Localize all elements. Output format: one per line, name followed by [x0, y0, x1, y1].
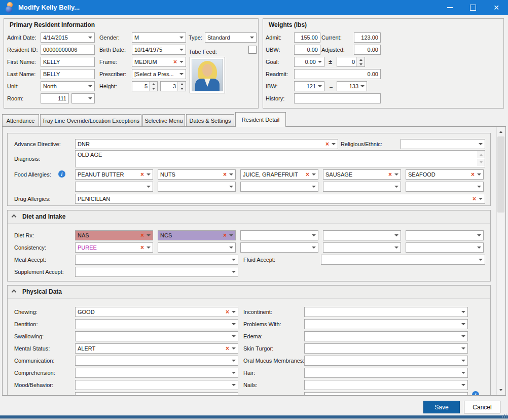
- chevron-down-icon[interactable]: [477, 255, 485, 264]
- chevron-down-icon[interactable]: [230, 267, 238, 276]
- save-button[interactable]: Save: [423, 401, 460, 413]
- chevron-down-icon[interactable]: [227, 182, 235, 191]
- chevron-down-icon[interactable]: [392, 182, 401, 191]
- chevron-down-icon[interactable]: [330, 139, 338, 149]
- diagnosis-textarea[interactable]: OLD AGE: [75, 150, 485, 167]
- resident-id-field[interactable]: 00000000006: [41, 45, 95, 55]
- chevron-down-icon[interactable]: [177, 33, 186, 42]
- unit-combo[interactable]: North: [41, 81, 95, 91]
- chevron-down-icon[interactable]: [392, 170, 401, 179]
- gender-combo[interactable]: M: [132, 32, 186, 43]
- clear-icon[interactable]: ×: [325, 141, 329, 148]
- weight-admit-field[interactable]: 155.00: [294, 32, 320, 43]
- clear-icon[interactable]: ×: [223, 232, 227, 239]
- scroll-up-icon[interactable]: [477, 151, 485, 158]
- chevron-down-icon[interactable]: [310, 182, 318, 191]
- weight-current-field[interactable]: 123.00: [354, 32, 381, 43]
- ibw-low-combo[interactable]: 121: [294, 81, 324, 91]
- chevron-down-icon[interactable]: [177, 45, 186, 54]
- resize-grip[interactable]: [501, 413, 506, 418]
- spin-down-icon[interactable]: [357, 62, 365, 66]
- chevron-down-icon[interactable]: [310, 170, 318, 179]
- physical-left-combo[interactable]: [75, 392, 238, 395]
- diet-rx-combo[interactable]: [323, 230, 401, 240]
- room-suffix-combo[interactable]: [71, 93, 95, 103]
- room-field[interactable]: 111: [41, 93, 69, 103]
- goal-combo[interactable]: 0.00: [294, 57, 324, 67]
- tube-feed-checkbox[interactable]: [248, 46, 257, 54]
- food-allergy-empty-combo[interactable]: [240, 182, 318, 192]
- chevron-down-icon[interactable]: [144, 170, 153, 179]
- consistency-combo[interactable]: [323, 242, 401, 253]
- food-allergy-combo[interactable]: SAUSAGE×: [323, 169, 401, 180]
- chevron-down-icon[interactable]: [177, 57, 186, 66]
- chevron-down-icon[interactable]: [230, 393, 238, 395]
- spin-up-icon[interactable]: [357, 57, 365, 62]
- fluid-accept-combo[interactable]: [321, 255, 485, 265]
- chevron-down-icon[interactable]: [230, 307, 238, 317]
- chevron-down-icon[interactable]: [459, 344, 467, 353]
- collapse-chevron-icon[interactable]: [12, 214, 16, 218]
- type-combo[interactable]: Standard: [205, 32, 257, 43]
- last-name-field[interactable]: BELLY: [41, 69, 95, 79]
- physical-left-combo[interactable]: [75, 319, 238, 329]
- chevron-down-icon[interactable]: [230, 320, 238, 329]
- physical-right-combo[interactable]: [304, 380, 468, 390]
- food-allergy-combo[interactable]: JUICE, GRAPEFRUIT×: [240, 169, 318, 180]
- clear-icon[interactable]: ×: [140, 232, 144, 239]
- chevron-down-icon[interactable]: [316, 82, 324, 91]
- chevron-down-icon[interactable]: [477, 139, 485, 149]
- consistency-combo[interactable]: [406, 242, 484, 253]
- chevron-down-icon[interactable]: [358, 82, 367, 91]
- chevron-down-icon[interactable]: [230, 356, 238, 365]
- diet-rx-combo[interactable]: [240, 230, 318, 240]
- scrollbar-up-icon[interactable]: [497, 128, 505, 136]
- physical-left-combo[interactable]: [75, 331, 238, 341]
- chevron-down-icon[interactable]: [177, 69, 186, 79]
- chevron-down-icon[interactable]: [459, 320, 467, 329]
- physical-right-combo[interactable]: [304, 392, 468, 395]
- height-feet-stepper[interactable]: 5: [132, 81, 158, 91]
- chevron-down-icon[interactable]: [86, 82, 94, 91]
- chevron-down-icon[interactable]: [227, 243, 235, 252]
- consistency-combo[interactable]: [158, 242, 236, 253]
- resident-photo[interactable]: [190, 57, 225, 93]
- minimize-button[interactable]: [438, 0, 461, 15]
- clear-icon[interactable]: ×: [173, 58, 177, 65]
- chevron-down-icon[interactable]: [144, 243, 153, 252]
- food-allergy-empty-combo[interactable]: [406, 182, 484, 192]
- chevron-down-icon[interactable]: [230, 332, 238, 341]
- chevron-down-icon[interactable]: [227, 231, 235, 240]
- physical-left-combo[interactable]: GOOD×: [75, 307, 238, 317]
- tab-tray-line-override[interactable]: Tray Line Override/Location Exceptions: [40, 114, 141, 127]
- chevron-down-icon[interactable]: [392, 243, 401, 252]
- physical-left-combo[interactable]: [75, 380, 238, 390]
- chevron-down-icon[interactable]: [459, 393, 467, 395]
- food-allergy-empty-combo[interactable]: [323, 182, 401, 192]
- chevron-down-icon[interactable]: [475, 170, 483, 179]
- physical-right-combo[interactable]: [304, 307, 468, 317]
- physical-left-combo[interactable]: [75, 368, 238, 378]
- chevron-down-icon[interactable]: [475, 231, 483, 240]
- chevron-down-icon[interactable]: [475, 243, 483, 252]
- consistency-combo[interactable]: PUREE×: [75, 242, 153, 253]
- physical-right-combo[interactable]: [304, 319, 468, 329]
- readmit-field[interactable]: 0.00: [294, 69, 381, 79]
- spin-down-icon[interactable]: [178, 86, 186, 91]
- frame-combo[interactable]: MEDIUM×: [132, 57, 186, 67]
- cancel-button[interactable]: Cancel: [464, 401, 500, 413]
- chevron-down-icon[interactable]: [475, 182, 483, 191]
- chevron-down-icon[interactable]: [459, 332, 467, 341]
- clear-icon[interactable]: ×: [388, 171, 392, 178]
- clear-icon[interactable]: ×: [473, 195, 476, 202]
- physical-left-combo[interactable]: ALERT×: [75, 343, 238, 354]
- adjusted-field[interactable]: 0.00: [354, 45, 381, 55]
- collapse-chevron-icon[interactable]: [12, 289, 16, 293]
- food-allergy-empty-combo[interactable]: [75, 182, 153, 192]
- chevron-down-icon[interactable]: [392, 231, 401, 240]
- chevron-down-icon[interactable]: [230, 255, 238, 264]
- tab-dates-settings[interactable]: Dates & Settings: [186, 114, 234, 127]
- diet-rx-combo[interactable]: [406, 230, 484, 240]
- clear-icon[interactable]: ×: [471, 171, 475, 178]
- chevron-down-icon[interactable]: [459, 368, 467, 377]
